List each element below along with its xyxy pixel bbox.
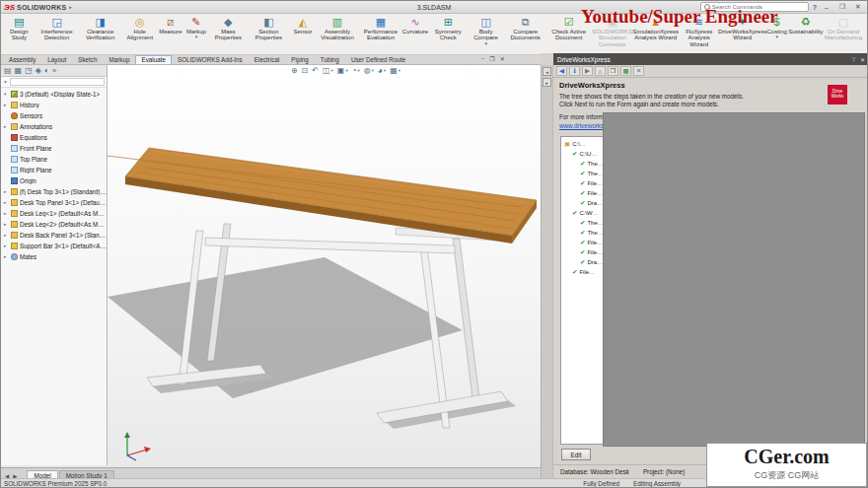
ribbon-tool-button[interactable]: ✎ Markup ▾ (183, 15, 209, 53)
expand-arrow-icon[interactable]: ▸ (4, 200, 9, 205)
ribbon-tool-button[interactable]: ⊞ Symmetry Check (428, 15, 469, 53)
feature-tree-item[interactable]: ▸ History (1, 100, 107, 110)
back-icon[interactable]: ◀ (556, 66, 567, 76)
forward-icon[interactable]: ▶ (582, 66, 593, 76)
tree-filter-input[interactable] (10, 78, 105, 86)
feature-tree-item[interactable]: ▸ Annotations (1, 121, 107, 132)
command-tab[interactable]: Evaluate (135, 55, 172, 64)
filter-icon[interactable]: ▼ (3, 79, 8, 85)
apps-icon[interactable]: ▩ (620, 66, 631, 76)
pin-icon[interactable]: ⊤ (851, 56, 856, 63)
home-icon[interactable]: ⌂ (595, 66, 606, 76)
info-icon[interactable]: ℹ (569, 66, 580, 76)
expand-arrow-icon[interactable]: ▸ (4, 254, 9, 259)
expand-arrow-icon[interactable]: ▸ (4, 222, 9, 227)
doc-close-icon[interactable]: ✕ (500, 55, 505, 62)
expand-arrow-icon[interactable]: ▸ (4, 103, 9, 107)
command-tab[interactable]: Tubing (315, 55, 345, 64)
expand-arrow-icon[interactable]: ▸ (4, 124, 9, 129)
configurationmanager-tab-icon[interactable]: ◳ (25, 66, 33, 76)
ribbon-tool-button[interactable]: ⧉ Compare Documents (504, 15, 547, 53)
display-style-icon[interactable]: ◔▾ (352, 66, 360, 75)
panel-tabs: ▤ ▦ ◳ ◈ ◐ » (1, 65, 107, 77)
command-tab[interactable]: User Defined Route (345, 55, 411, 64)
expand-arrow-icon[interactable]: ▸ (4, 211, 9, 216)
driveworks-tree-label: The… (587, 220, 603, 226)
check-icon: ✔ (580, 160, 585, 168)
zoom-fit-icon[interactable]: ⊕ (291, 66, 298, 75)
view-orientation-icon[interactable]: ▣▾ (337, 66, 348, 75)
feature-tree-item[interactable]: ▸ Desk Leg<1> (Default<As Machined (1, 208, 107, 219)
feature-tree-item[interactable]: ▸ Desk Top Panel 3<1> (Default) <<D (1, 197, 107, 208)
ribbon-tool-button[interactable]: ▤ Design Study (3, 15, 36, 53)
graphics-viewport[interactable]: ⊕ ⊡ ↶ ◫▾ ▣▾ ◔▾ (108, 65, 541, 465)
feature-tree-item[interactable]: Sensors (1, 110, 107, 121)
feature-tree-item[interactable]: Equations (1, 132, 107, 143)
feature-tree-item[interactable]: ▸ (f) Desk Top 3<1> (Standard) <<Def (1, 186, 107, 197)
ribbon-tool-button[interactable]: ◲ Interference Detection (36, 15, 79, 53)
feature-tree-item[interactable]: ▾ 3 (Default) <Display State-1> (1, 89, 107, 100)
dimxpertmanager-tab-icon[interactable]: ◈ (36, 66, 41, 76)
minimize-button[interactable]: – (821, 4, 832, 11)
ribbon-tool-button[interactable]: ∿ Curvature (402, 15, 428, 53)
command-tab[interactable]: Layout (41, 55, 72, 64)
command-tab[interactable]: Markup (103, 55, 135, 64)
doc-minimize-icon[interactable]: – (481, 55, 484, 62)
ribbon-tool-button[interactable]: ▥ Assembly Visualization (316, 15, 359, 53)
command-tab[interactable]: Sketch (72, 55, 103, 64)
feature-tree-item[interactable]: Origin (1, 175, 107, 186)
ribbon-tool-button[interactable]: ⧄ Measure (158, 15, 183, 53)
doc-restore-icon[interactable]: ❐ (489, 55, 494, 62)
feature-tree-item[interactable]: Right Plane (1, 165, 107, 175)
ribbon-tool-button[interactable]: ◆ Mass Properties (209, 15, 248, 53)
collapse-taskpane-button[interactable]: ◂ (542, 67, 551, 76)
check-icon: ✔ (580, 258, 585, 266)
view-settings-icon[interactable]: ▦▾ (390, 66, 400, 75)
expand-arrow-icon[interactable]: ▸ (4, 233, 9, 238)
window-icon[interactable]: ❐ (608, 66, 618, 76)
command-tab[interactable]: SOLIDWORKS Add-Ins (172, 55, 249, 64)
menu-expand-icon[interactable]: ▸ (69, 4, 72, 10)
displaymanager-tab-icon[interactable]: ◐ (44, 66, 49, 76)
chevron-down-icon[interactable]: ▾ (484, 41, 487, 46)
help-icon[interactable]: ? (813, 4, 817, 11)
ribbon-tool-button[interactable]: ▦ Performance Evaluation (359, 15, 402, 53)
chevron-down-icon[interactable]: ▾ (775, 35, 778, 39)
restore-button[interactable]: ❐ (836, 3, 848, 11)
feature-tree-item[interactable]: ▸ Support Bar 3<1> (Default<As Mach (1, 241, 107, 251)
previous-view-icon[interactable]: ↶ (312, 66, 319, 75)
panel-tabs-overflow-icon[interactable]: » (52, 66, 56, 76)
taskpane-close-icon[interactable]: ✕ (860, 56, 865, 63)
feature-tree-item[interactable]: Top Plane (1, 154, 107, 165)
zoom-area-icon[interactable]: ⊡ (302, 66, 309, 75)
expand-taskpane-button[interactable]: ▸ (542, 78, 551, 87)
ribbon-tool-label: SimulationXpress Analysis Wizard (632, 29, 679, 41)
feature-tree-item[interactable]: ▸ Desk Leg<2> (Default<As Machined (1, 219, 107, 230)
section-view-icon[interactable]: ◫▾ (323, 66, 333, 75)
hide-show-items-icon[interactable]: ◍▾ (364, 66, 374, 75)
ribbon-tool-button[interactable]: ◎ Hole Alignment (122, 15, 158, 53)
chevron-down-icon[interactable]: ▾ (195, 35, 198, 39)
command-tab[interactable]: Piping (285, 55, 315, 64)
close-pane-icon[interactable]: ✕ (633, 66, 644, 76)
feature-tree-item[interactable]: Front Plane (1, 143, 107, 154)
ribbon-tool-button[interactable]: ◨ Clearance Verification (79, 15, 122, 53)
featuremanager-tab-icon[interactable]: ▤ (4, 66, 12, 76)
expand-arrow-icon[interactable]: ▾ (4, 92, 9, 97)
ribbon-tool-button[interactable]: ◭ Sensor (290, 15, 316, 53)
edit-appearance-icon[interactable]: ◕▾ (378, 66, 386, 75)
ribbon-tool-button[interactable]: ♻ Sustainability (790, 15, 822, 53)
propertymanager-tab-icon[interactable]: ▦ (15, 66, 23, 76)
desk-model[interactable] (108, 65, 541, 469)
ribbon-tool-button[interactable]: ◫ Body Compare ▾ (469, 15, 504, 53)
close-button[interactable]: ✕ (852, 3, 864, 11)
feature-tree-item[interactable]: ▸ Mates (1, 251, 107, 262)
command-tab[interactable]: Electrical (249, 55, 286, 64)
ribbon-tool-button[interactable]: ▢ On Demand Manufacturing (822, 15, 865, 53)
command-tab[interactable]: Assembly (3, 55, 41, 64)
edit-button[interactable]: Edit (561, 449, 591, 460)
expand-arrow-icon[interactable]: ▸ (4, 189, 9, 194)
feature-tree-item[interactable]: ▸ Desk Back Panel 3<1> (Standard) < (1, 230, 107, 241)
expand-arrow-icon[interactable]: ▸ (4, 244, 9, 248)
ribbon-tool-button[interactable]: ◧ Section Properties (248, 15, 290, 53)
